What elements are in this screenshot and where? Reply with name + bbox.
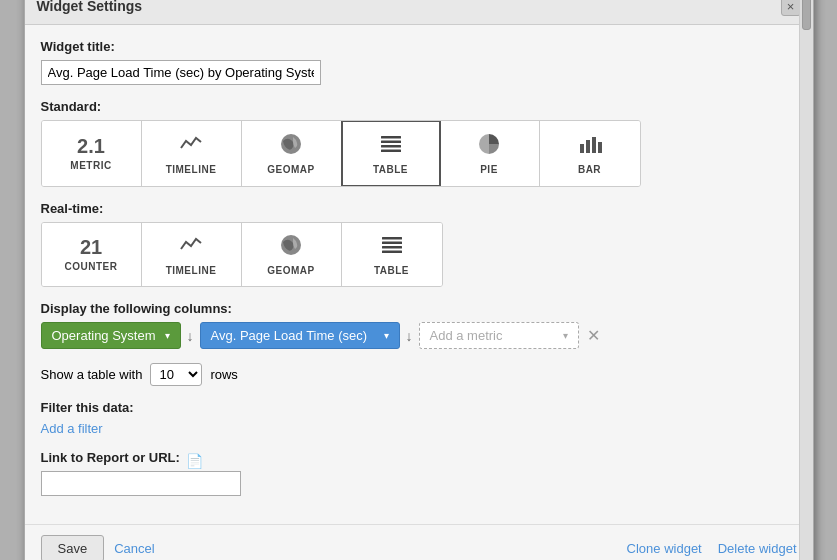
svg-rect-8 <box>598 142 602 153</box>
realtime-table[interactable]: TABLE <box>342 223 442 286</box>
rows-prefix: Show a table with <box>41 367 143 382</box>
metric-value: Avg. Page Load Time (sec) <box>211 328 368 343</box>
counter-number: 21 <box>80 237 102 257</box>
svg-rect-5 <box>580 144 584 153</box>
bar-label: BAR <box>578 164 601 175</box>
svg-rect-7 <box>592 137 596 153</box>
dimension-dropdown[interactable]: Operating System ▾ <box>41 322 181 349</box>
rows-section: Show a table with 10 25 50 100 rows <box>41 363 797 386</box>
rows-select[interactable]: 10 25 50 100 <box>150 363 202 386</box>
realtime-timeline-icon <box>179 233 203 261</box>
svg-rect-11 <box>382 242 402 245</box>
dialog-body: Widget title: Standard: 2.1 METRIC TIMEL… <box>25 25 813 524</box>
realtime-geomap[interactable]: GEOMAP <box>242 223 342 286</box>
add-metric-dropdown[interactable]: Add a metric ▾ <box>419 322 579 349</box>
svg-rect-2 <box>381 141 401 144</box>
columns-label: Display the following columns: <box>41 301 797 316</box>
standard-metric[interactable]: 2.1 METRIC <box>42 121 142 186</box>
realtime-geomap-icon <box>279 233 303 261</box>
widget-settings-dialog: Widget Settings × Widget title: Standard… <box>24 0 814 560</box>
metric-arrow: ▾ <box>384 330 389 341</box>
widget-title-section: Widget title: <box>41 39 797 85</box>
metric-label: METRIC <box>70 160 111 171</box>
svg-rect-13 <box>382 251 402 254</box>
metric-number: 2.1 <box>77 136 105 156</box>
dialog-footer: Save Cancel Clone widget Delete widget <box>25 524 813 560</box>
standard-timeline[interactable]: TIMELINE <box>142 121 242 186</box>
clone-widget-button[interactable]: Clone widget <box>627 541 702 556</box>
pie-label: PIE <box>480 164 498 175</box>
scrollbar[interactable] <box>799 0 813 560</box>
standard-geomap[interactable]: GEOMAP <box>242 121 342 186</box>
realtime-timeline-label: TIMELINE <box>166 265 217 276</box>
add-metric-placeholder: Add a metric <box>430 328 503 343</box>
realtime-geomap-label: GEOMAP <box>267 265 314 276</box>
realtime-timeline[interactable]: TIMELINE <box>142 223 242 286</box>
standard-section: Standard: 2.1 METRIC TIMELINE <box>41 99 797 187</box>
scrollbar-thumb[interactable] <box>802 0 811 30</box>
table-icon <box>379 132 403 160</box>
svg-rect-1 <box>381 136 401 139</box>
link-section: Link to Report or URL: 📄 <box>41 450 797 496</box>
link-url-row: Link to Report or URL: 📄 <box>41 450 797 471</box>
widget-title-input[interactable] <box>41 60 321 85</box>
filter-section: Filter this data: Add a filter <box>41 400 797 436</box>
filter-label: Filter this data: <box>41 400 797 415</box>
footer-left: Save Cancel <box>41 535 155 560</box>
widget-title-label: Widget title: <box>41 39 797 54</box>
standard-chart-types: 2.1 METRIC TIMELINE <box>41 120 641 187</box>
bar-icon <box>578 132 602 160</box>
save-button[interactable]: Save <box>41 535 105 560</box>
dimension-value: Operating System <box>52 328 156 343</box>
svg-rect-4 <box>381 150 401 153</box>
realtime-label: Real-time: <box>41 201 797 216</box>
timeline-label: TIMELINE <box>166 164 217 175</box>
geomap-label: GEOMAP <box>267 164 314 175</box>
realtime-section: Real-time: 21 COUNTER TIMELINE <box>41 201 797 287</box>
close-button[interactable]: × <box>781 0 801 16</box>
realtime-counter[interactable]: 21 COUNTER <box>42 223 142 286</box>
rows-suffix: rows <box>210 367 237 382</box>
dialog-title: Widget Settings <box>37 0 143 14</box>
svg-rect-10 <box>382 237 402 240</box>
sort-icon-1: ↓ <box>187 328 194 344</box>
svg-rect-6 <box>586 140 590 153</box>
rows-row: Show a table with 10 25 50 100 rows <box>41 363 797 386</box>
add-filter-link[interactable]: Add a filter <box>41 421 103 436</box>
timeline-icon <box>179 132 203 160</box>
report-icon: 📄 <box>186 453 203 469</box>
standard-pie[interactable]: PIE <box>440 121 540 186</box>
add-metric-arrow: ▾ <box>563 330 568 341</box>
realtime-chart-types: 21 COUNTER TIMELINE <box>41 222 443 287</box>
realtime-table-label: TABLE <box>374 265 409 276</box>
cancel-button[interactable]: Cancel <box>114 536 154 560</box>
dialog-header: Widget Settings × <box>25 0 813 25</box>
standard-label: Standard: <box>41 99 797 114</box>
columns-section: Display the following columns: Operating… <box>41 301 797 349</box>
columns-row: Operating System ▾ ↓ Avg. Page Load Time… <box>41 322 797 349</box>
standard-table[interactable]: TABLE <box>341 120 441 187</box>
standard-bar[interactable]: BAR <box>540 121 640 186</box>
table-label: TABLE <box>373 164 408 175</box>
sort-icon-2: ↓ <box>406 328 413 344</box>
counter-label: COUNTER <box>65 261 118 272</box>
footer-right: Clone widget Delete widget <box>627 541 797 556</box>
svg-rect-12 <box>382 246 402 249</box>
link-url-input[interactable] <box>41 471 241 496</box>
svg-rect-3 <box>381 145 401 148</box>
metric-dropdown[interactable]: Avg. Page Load Time (sec) ▾ <box>200 322 400 349</box>
dimension-arrow: ▾ <box>165 330 170 341</box>
remove-metric-button[interactable]: ✕ <box>585 326 602 345</box>
link-label: Link to Report or URL: <box>41 450 180 465</box>
geomap-icon <box>279 132 303 160</box>
realtime-table-icon <box>380 233 404 261</box>
pie-icon <box>477 132 501 160</box>
delete-widget-button[interactable]: Delete widget <box>718 541 797 556</box>
